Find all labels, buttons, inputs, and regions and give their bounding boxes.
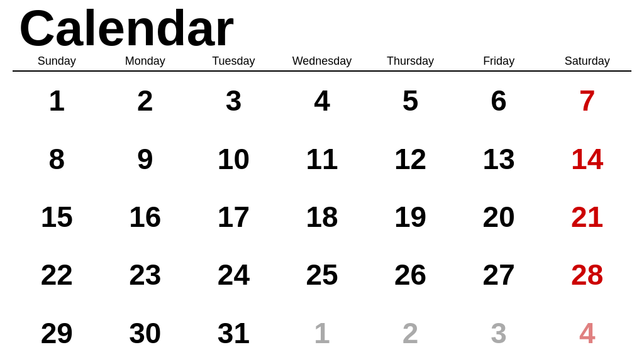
day-cell[interactable]: 9 — [101, 129, 190, 187]
calendar-container: Calendar SundayMondayTuesdayWednesdayThu… — [0, 0, 644, 362]
day-cell[interactable]: 22 — [13, 246, 101, 304]
day-cell[interactable]: 13 — [455, 129, 543, 187]
day-cell[interactable]: 29 — [13, 304, 101, 362]
day-cell[interactable]: 4 — [278, 72, 367, 129]
day-cell[interactable]: 12 — [366, 129, 455, 187]
day-cell[interactable]: 27 — [455, 246, 543, 304]
day-cell[interactable]: 30 — [101, 304, 190, 362]
day-header-friday: Friday — [455, 55, 543, 68]
day-cell[interactable]: 10 — [189, 129, 278, 187]
day-header-monday: Monday — [101, 55, 190, 68]
day-cell[interactable]: 21 — [543, 188, 631, 246]
day-header-saturday: Saturday — [543, 55, 631, 68]
day-cell[interactable]: 20 — [455, 188, 543, 246]
days-grid: 1234567891011121314151617181920212223242… — [13, 72, 631, 362]
day-cell[interactable]: 5 — [366, 72, 455, 129]
day-cell[interactable]: 2 — [366, 304, 455, 362]
day-header-wednesday: Wednesday — [278, 55, 367, 68]
day-cell[interactable]: 24 — [189, 246, 278, 304]
day-cell[interactable]: 16 — [101, 188, 190, 246]
day-cell[interactable]: 1 — [13, 72, 101, 129]
day-cell[interactable]: 2 — [101, 72, 190, 129]
day-cell[interactable]: 23 — [101, 246, 190, 304]
day-header-tuesday: Tuesday — [189, 55, 278, 68]
day-cell[interactable]: 1 — [278, 304, 367, 362]
day-cell[interactable]: 19 — [366, 188, 455, 246]
day-cell[interactable]: 15 — [13, 188, 101, 246]
day-cell[interactable]: 3 — [189, 72, 278, 129]
day-cell[interactable]: 6 — [455, 72, 543, 129]
day-cell[interactable]: 4 — [543, 304, 631, 362]
day-cell[interactable]: 17 — [189, 188, 278, 246]
calendar-title: Calendar — [13, 0, 631, 53]
day-cell[interactable]: 8 — [13, 129, 101, 187]
day-cell[interactable]: 25 — [278, 246, 367, 304]
day-cell[interactable]: 11 — [278, 129, 367, 187]
day-headers: SundayMondayTuesdayWednesdayThursdayFrid… — [13, 55, 631, 72]
day-header-sunday: Sunday — [13, 55, 101, 68]
day-cell[interactable]: 18 — [278, 188, 367, 246]
day-cell[interactable]: 7 — [543, 72, 631, 129]
day-cell[interactable]: 3 — [455, 304, 543, 362]
calendar-grid: SundayMondayTuesdayWednesdayThursdayFrid… — [13, 53, 631, 362]
day-cell[interactable]: 31 — [189, 304, 278, 362]
day-cell[interactable]: 26 — [366, 246, 455, 304]
day-cell[interactable]: 14 — [543, 129, 631, 187]
day-header-thursday: Thursday — [366, 55, 455, 68]
day-cell[interactable]: 28 — [543, 246, 631, 304]
